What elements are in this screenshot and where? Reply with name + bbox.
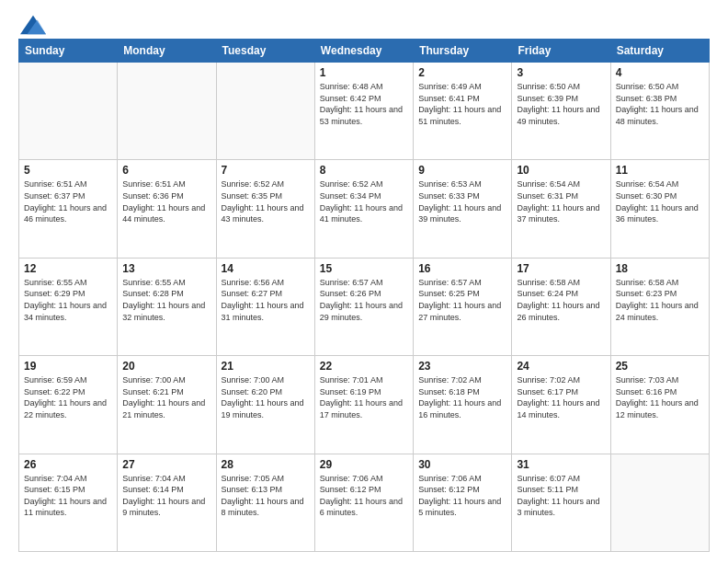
day-info: Sunrise: 7:03 AM Sunset: 6:16 PM Dayligh… bbox=[616, 374, 704, 420]
day-info: Sunrise: 6:51 AM Sunset: 6:37 PM Dayligh… bbox=[24, 178, 112, 224]
day-number: 24 bbox=[517, 360, 605, 373]
day-number: 10 bbox=[517, 164, 605, 177]
day-info: Sunrise: 6:52 AM Sunset: 6:35 PM Dayligh… bbox=[222, 178, 310, 224]
day-number: 30 bbox=[418, 458, 506, 471]
logo bbox=[18, 15, 46, 31]
day-cell: 26Sunrise: 7:04 AM Sunset: 6:15 PM Dayli… bbox=[19, 454, 118, 551]
day-cell: 20Sunrise: 7:00 AM Sunset: 6:21 PM Dayli… bbox=[118, 356, 216, 454]
day-cell: 21Sunrise: 7:00 AM Sunset: 6:20 PM Dayli… bbox=[216, 356, 314, 454]
calendar: Sunday Monday Tuesday Wednesday Thursday… bbox=[18, 39, 710, 552]
week-row-3: 19Sunrise: 6:59 AM Sunset: 6:22 PM Dayli… bbox=[19, 356, 710, 454]
day-number: 22 bbox=[320, 360, 408, 373]
day-cell bbox=[610, 454, 709, 551]
day-info: Sunrise: 7:04 AM Sunset: 6:14 PM Dayligh… bbox=[122, 473, 210, 519]
day-cell: 16Sunrise: 6:57 AM Sunset: 6:25 PM Dayli… bbox=[414, 258, 512, 355]
header bbox=[18, 15, 710, 31]
day-info: Sunrise: 6:55 AM Sunset: 6:28 PM Dayligh… bbox=[122, 277, 210, 323]
day-cell: 17Sunrise: 6:58 AM Sunset: 6:24 PM Dayli… bbox=[512, 258, 610, 355]
day-cell: 23Sunrise: 7:02 AM Sunset: 6:18 PM Dayli… bbox=[414, 356, 512, 454]
day-info: Sunrise: 6:54 AM Sunset: 6:31 PM Dayligh… bbox=[517, 178, 605, 224]
day-number: 7 bbox=[222, 164, 310, 177]
day-cell: 8Sunrise: 6:52 AM Sunset: 6:34 PM Daylig… bbox=[314, 160, 413, 258]
day-cell: 18Sunrise: 6:58 AM Sunset: 6:23 PM Dayli… bbox=[610, 258, 709, 355]
day-info: Sunrise: 7:05 AM Sunset: 6:13 PM Dayligh… bbox=[222, 473, 310, 519]
day-number: 25 bbox=[616, 360, 704, 373]
day-info: Sunrise: 6:55 AM Sunset: 6:29 PM Dayligh… bbox=[24, 277, 112, 323]
page: Sunday Monday Tuesday Wednesday Thursday… bbox=[0, 0, 728, 563]
day-cell: 15Sunrise: 6:57 AM Sunset: 6:26 PM Dayli… bbox=[314, 258, 413, 355]
day-cell: 31Sunrise: 6:07 AM Sunset: 5:11 PM Dayli… bbox=[512, 454, 610, 551]
day-info: Sunrise: 7:02 AM Sunset: 6:18 PM Dayligh… bbox=[418, 374, 506, 420]
day-number: 3 bbox=[517, 66, 605, 79]
day-info: Sunrise: 6:51 AM Sunset: 6:36 PM Dayligh… bbox=[122, 178, 210, 224]
day-info: Sunrise: 7:00 AM Sunset: 6:20 PM Dayligh… bbox=[222, 374, 310, 420]
col-thursday: Thursday bbox=[414, 40, 512, 63]
day-cell: 6Sunrise: 6:51 AM Sunset: 6:36 PM Daylig… bbox=[118, 160, 216, 258]
col-sunday: Sunday bbox=[19, 40, 118, 63]
day-number: 27 bbox=[122, 458, 210, 471]
day-info: Sunrise: 6:50 AM Sunset: 6:38 PM Dayligh… bbox=[616, 81, 704, 127]
day-number: 8 bbox=[320, 164, 408, 177]
week-row-1: 5Sunrise: 6:51 AM Sunset: 6:37 PM Daylig… bbox=[19, 160, 710, 258]
day-info: Sunrise: 6:54 AM Sunset: 6:30 PM Dayligh… bbox=[616, 178, 704, 224]
day-info: Sunrise: 6:58 AM Sunset: 6:23 PM Dayligh… bbox=[616, 277, 704, 323]
day-cell: 2Sunrise: 6:49 AM Sunset: 6:41 PM Daylig… bbox=[414, 63, 512, 160]
day-number: 20 bbox=[122, 360, 210, 373]
day-cell bbox=[118, 63, 216, 160]
day-number: 14 bbox=[222, 262, 310, 275]
day-cell: 25Sunrise: 7:03 AM Sunset: 6:16 PM Dayli… bbox=[610, 356, 709, 454]
day-number: 9 bbox=[418, 164, 506, 177]
day-cell bbox=[216, 63, 314, 160]
logo-icon bbox=[20, 15, 46, 35]
day-cell: 24Sunrise: 7:02 AM Sunset: 6:17 PM Dayli… bbox=[512, 356, 610, 454]
day-info: Sunrise: 6:56 AM Sunset: 6:27 PM Dayligh… bbox=[222, 277, 310, 323]
day-info: Sunrise: 7:04 AM Sunset: 6:15 PM Dayligh… bbox=[24, 473, 112, 519]
day-cell: 1Sunrise: 6:48 AM Sunset: 6:42 PM Daylig… bbox=[314, 63, 413, 160]
day-cell: 9Sunrise: 6:53 AM Sunset: 6:33 PM Daylig… bbox=[414, 160, 512, 258]
day-cell: 30Sunrise: 7:06 AM Sunset: 6:12 PM Dayli… bbox=[414, 454, 512, 551]
day-cell: 22Sunrise: 7:01 AM Sunset: 6:19 PM Dayli… bbox=[314, 356, 413, 454]
day-number: 5 bbox=[24, 164, 112, 177]
day-number: 21 bbox=[222, 360, 310, 373]
day-cell: 27Sunrise: 7:04 AM Sunset: 6:14 PM Dayli… bbox=[118, 454, 216, 551]
day-cell: 14Sunrise: 6:56 AM Sunset: 6:27 PM Dayli… bbox=[216, 258, 314, 355]
day-cell: 19Sunrise: 6:59 AM Sunset: 6:22 PM Dayli… bbox=[19, 356, 118, 454]
day-number: 13 bbox=[122, 262, 210, 275]
day-number: 19 bbox=[24, 360, 112, 373]
day-number: 6 bbox=[122, 164, 210, 177]
day-number: 2 bbox=[418, 66, 506, 79]
day-cell: 28Sunrise: 7:05 AM Sunset: 6:13 PM Dayli… bbox=[216, 454, 314, 551]
day-number: 4 bbox=[616, 66, 704, 79]
day-info: Sunrise: 7:06 AM Sunset: 6:12 PM Dayligh… bbox=[320, 473, 408, 519]
day-info: Sunrise: 7:01 AM Sunset: 6:19 PM Dayligh… bbox=[320, 374, 408, 420]
day-number: 17 bbox=[517, 262, 605, 275]
logo-text bbox=[18, 15, 46, 35]
day-cell bbox=[19, 63, 118, 160]
day-number: 31 bbox=[517, 458, 605, 471]
day-number: 23 bbox=[418, 360, 506, 373]
day-cell: 13Sunrise: 6:55 AM Sunset: 6:28 PM Dayli… bbox=[118, 258, 216, 355]
day-cell: 5Sunrise: 6:51 AM Sunset: 6:37 PM Daylig… bbox=[19, 160, 118, 258]
col-tuesday: Tuesday bbox=[216, 40, 314, 63]
day-number: 18 bbox=[616, 262, 704, 275]
day-info: Sunrise: 7:06 AM Sunset: 6:12 PM Dayligh… bbox=[418, 473, 506, 519]
day-cell: 12Sunrise: 6:55 AM Sunset: 6:29 PM Dayli… bbox=[19, 258, 118, 355]
day-number: 12 bbox=[24, 262, 112, 275]
header-row: Sunday Monday Tuesday Wednesday Thursday… bbox=[19, 40, 710, 63]
day-cell: 7Sunrise: 6:52 AM Sunset: 6:35 PM Daylig… bbox=[216, 160, 314, 258]
col-saturday: Saturday bbox=[610, 40, 709, 63]
day-number: 15 bbox=[320, 262, 408, 275]
day-number: 1 bbox=[320, 66, 408, 79]
day-number: 16 bbox=[418, 262, 506, 275]
day-info: Sunrise: 6:07 AM Sunset: 5:11 PM Dayligh… bbox=[517, 473, 605, 519]
day-info: Sunrise: 7:00 AM Sunset: 6:21 PM Dayligh… bbox=[122, 374, 210, 420]
day-number: 29 bbox=[320, 458, 408, 471]
week-row-4: 26Sunrise: 7:04 AM Sunset: 6:15 PM Dayli… bbox=[19, 454, 710, 551]
col-wednesday: Wednesday bbox=[314, 40, 413, 63]
col-monday: Monday bbox=[118, 40, 216, 63]
day-info: Sunrise: 6:57 AM Sunset: 6:26 PM Dayligh… bbox=[320, 277, 408, 323]
day-info: Sunrise: 7:02 AM Sunset: 6:17 PM Dayligh… bbox=[517, 374, 605, 420]
col-friday: Friday bbox=[512, 40, 610, 63]
day-cell: 29Sunrise: 7:06 AM Sunset: 6:12 PM Dayli… bbox=[314, 454, 413, 551]
day-cell: 10Sunrise: 6:54 AM Sunset: 6:31 PM Dayli… bbox=[512, 160, 610, 258]
